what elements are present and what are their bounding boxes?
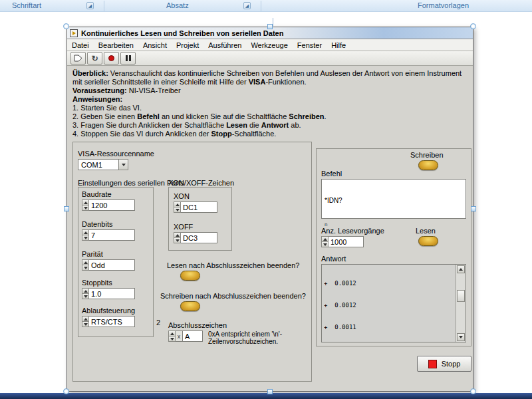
read-count-control[interactable]: 1000 bbox=[321, 236, 364, 247]
arrow-up-icon bbox=[459, 268, 463, 271]
decrement-icon[interactable] bbox=[168, 336, 176, 342]
decrement-icon[interactable] bbox=[174, 238, 181, 243]
vi-window: Kontinuierliches Lesen und Schreiben von… bbox=[66, 27, 473, 392]
baudrate-label: Baudrate bbox=[82, 190, 112, 198]
menu-ausfuehren[interactable]: Ausführen bbox=[203, 40, 246, 51]
termination-char-value[interactable]: A bbox=[183, 331, 203, 342]
list-item[interactable]: + 0.0012 bbox=[324, 280, 454, 287]
window-title: Kontinuierliches Lesen und Schreiben von… bbox=[81, 29, 283, 37]
run-continuously-button[interactable]: ↻ bbox=[87, 52, 102, 65]
ablaufsteuerung-value[interactable]: RTS/CTS bbox=[89, 316, 135, 327]
xonxoff-group-title: XON/XOFF-Zeichen bbox=[168, 179, 234, 187]
scroll-down-button[interactable] bbox=[457, 333, 465, 341]
read-count-value[interactable]: 1000 bbox=[329, 236, 364, 247]
spinner-arrows bbox=[174, 201, 181, 213]
pause-button[interactable] bbox=[120, 52, 136, 65]
scroll-up-button[interactable] bbox=[457, 265, 465, 273]
decrement-icon[interactable] bbox=[174, 207, 181, 213]
stop-button[interactable]: Stopp bbox=[417, 356, 471, 372]
xoff-value[interactable]: DC3 bbox=[181, 232, 217, 243]
step-3: 3. Fragen Sie durch Anklicken der Schalt… bbox=[72, 121, 467, 130]
vertical-scrollbar[interactable] bbox=[456, 265, 466, 342]
selection-handle-middle-left[interactable] bbox=[64, 206, 69, 211]
abort-button[interactable] bbox=[104, 52, 119, 65]
stop-button-label: Stopp bbox=[442, 360, 461, 368]
list-item[interactable]: + 0.0012 bbox=[324, 302, 454, 309]
increment-icon[interactable] bbox=[82, 316, 89, 322]
decrement-icon[interactable] bbox=[82, 205, 89, 211]
command-input[interactable]: *IDN? n bbox=[321, 179, 466, 219]
step-1: 1. Starten Sie das VI. bbox=[72, 104, 467, 112]
menu-datei[interactable]: Datei bbox=[67, 40, 94, 51]
window-bottom-bar bbox=[0, 393, 532, 399]
terminate-write-label: Schreiben nach Abschlusszeichen beenden? bbox=[160, 292, 306, 300]
paritaet-value[interactable]: Odd bbox=[89, 259, 135, 271]
xon-value[interactable]: DC1 bbox=[181, 201, 217, 213]
selection-handle-middle-right[interactable] bbox=[471, 206, 476, 211]
menu-projekt[interactable]: Projekt bbox=[172, 40, 203, 51]
spinner-arrows bbox=[82, 288, 89, 299]
overview-line: Überblick: Veranschaulicht das kontinuie… bbox=[72, 69, 467, 86]
paritaet-control[interactable]: Odd bbox=[82, 259, 135, 271]
stoppbits-value[interactable]: 1.0 bbox=[89, 288, 135, 299]
increment-icon[interactable] bbox=[82, 200, 89, 205]
selection-handle-top-right[interactable] bbox=[470, 23, 476, 29]
menu-werkzeuge[interactable]: Werkzeuge bbox=[246, 40, 292, 51]
decrement-icon[interactable] bbox=[82, 235, 89, 241]
selection-handle-bottom-center[interactable] bbox=[267, 389, 273, 394]
baudrate-control[interactable]: 1200 bbox=[82, 200, 135, 211]
increment-icon[interactable] bbox=[82, 288, 89, 294]
schriftart-dialog-launcher-icon[interactable]: ◢ bbox=[86, 2, 94, 9]
termination-char-control[interactable]: x A bbox=[168, 331, 203, 342]
screen: { "ribbon": { "group_schriftart": "Schri… bbox=[0, 0, 532, 399]
terminate-read-toggle[interactable] bbox=[180, 271, 200, 281]
xoff-label: XOFF bbox=[174, 223, 193, 231]
combo-dropdown-button[interactable] bbox=[119, 159, 128, 170]
selection-handle-bottom-right[interactable] bbox=[470, 388, 476, 394]
terminate-write-toggle[interactable] bbox=[180, 301, 200, 311]
decrement-icon[interactable] bbox=[82, 322, 89, 327]
stoppbits-control[interactable]: 1.0 bbox=[82, 288, 135, 299]
read-button[interactable] bbox=[418, 236, 438, 246]
xoff-control[interactable]: DC3 bbox=[174, 232, 217, 243]
list-item[interactable]: + 0.0011 bbox=[324, 324, 454, 331]
increment-icon[interactable] bbox=[174, 232, 181, 238]
increment-icon[interactable] bbox=[82, 229, 89, 235]
increment-icon[interactable] bbox=[82, 259, 89, 265]
run-arrow-icon bbox=[74, 55, 82, 62]
text-cursor-line bbox=[273, 18, 273, 26]
selection-handle-top-left[interactable] bbox=[63, 23, 69, 29]
prerequisite-line: Voraussetzung: NI-VISA-Treiber bbox=[72, 86, 467, 95]
write-button[interactable] bbox=[418, 160, 438, 170]
baudrate-value[interactable]: 1200 bbox=[89, 200, 135, 211]
command-label: Befehl bbox=[321, 170, 342, 178]
increment-icon[interactable] bbox=[321, 236, 329, 242]
menu-ansicht[interactable]: Ansicht bbox=[138, 40, 172, 51]
xon-control[interactable]: DC1 bbox=[174, 201, 217, 213]
selection-handle-bottom-left[interactable] bbox=[63, 388, 69, 394]
decrement-icon[interactable] bbox=[82, 265, 89, 271]
decrement-icon[interactable] bbox=[321, 242, 329, 247]
visa-resource-label: VISA-Ressourcenname bbox=[78, 150, 154, 158]
hex-radix-indicator[interactable]: x bbox=[176, 331, 183, 342]
menu-hilfe[interactable]: Hilfe bbox=[327, 40, 350, 51]
menu-fenster[interactable]: Fenster bbox=[293, 40, 327, 51]
increment-icon[interactable] bbox=[174, 201, 181, 207]
datenbits-value[interactable]: 7 bbox=[89, 229, 135, 241]
datenbits-control[interactable]: 7 bbox=[82, 229, 135, 241]
decrement-icon[interactable] bbox=[82, 294, 89, 299]
read-button-label: Lesen bbox=[416, 227, 436, 235]
increment-icon[interactable] bbox=[168, 331, 176, 336]
scrollbar-thumb[interactable] bbox=[457, 290, 465, 302]
menu-bearbeiten[interactable]: Bearbeiten bbox=[94, 40, 138, 51]
selection-handle-top-center[interactable] bbox=[267, 24, 273, 29]
visa-resource-value[interactable]: COM1 bbox=[78, 159, 119, 170]
visa-resource-combo[interactable]: COM1 bbox=[78, 159, 128, 170]
ablaufsteuerung-control[interactable]: RTS/CTS bbox=[82, 316, 135, 327]
response-listbox[interactable]: + 0.0012 + 0.0012 + 0.0011 + 0.0011 n 0.… bbox=[321, 264, 466, 342]
run-button[interactable] bbox=[70, 52, 86, 65]
absatz-dialog-launcher-icon[interactable]: ◢ bbox=[243, 2, 251, 9]
response-label: Antwort bbox=[321, 255, 346, 263]
spinner-arrows bbox=[82, 316, 89, 327]
ribbon-group-formatvorlagen: Formatvorlagen bbox=[418, 1, 469, 9]
